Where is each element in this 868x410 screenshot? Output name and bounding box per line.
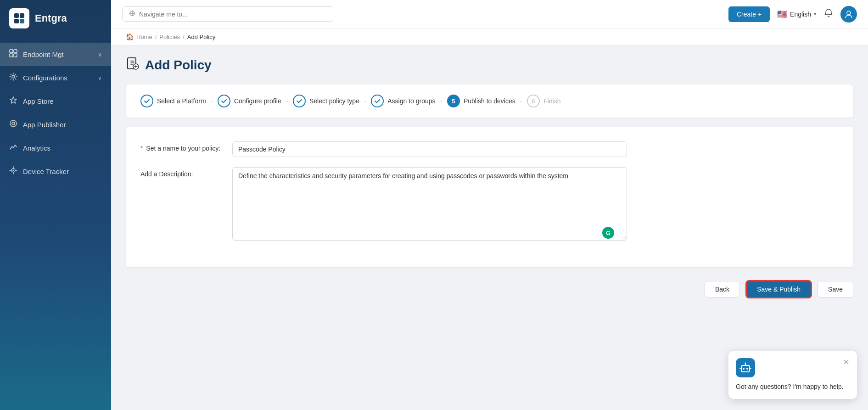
sidebar-item-app-store[interactable]: App Store <box>0 90 111 113</box>
step-configure-profile: Configure profile <box>218 95 281 107</box>
step-circle-6: 6 <box>527 95 540 107</box>
sidebar-item-endpoint-mgt[interactable]: Endpoint Mgt ∨ <box>0 43 111 66</box>
policy-description-textarea[interactable] <box>232 167 627 241</box>
svg-point-12 <box>13 170 14 171</box>
notification-bell-icon[interactable] <box>824 8 833 20</box>
step-circle-5: 5 <box>447 95 460 107</box>
svg-rect-0 <box>14 13 19 18</box>
sidebar: Entgra Endpoint Mgt ∨ <box>0 0 111 410</box>
svg-point-28 <box>746 368 748 370</box>
app-store-icon <box>9 96 17 107</box>
save-publish-button[interactable]: Save & Publish <box>745 280 812 298</box>
svg-rect-2 <box>14 19 19 23</box>
required-star: * <box>140 145 143 152</box>
header-right: Create + 🇺🇸 English ▾ <box>728 6 857 22</box>
app-publisher-icon <box>9 119 17 130</box>
header: Create + 🇺🇸 English ▾ <box>111 0 868 28</box>
chat-close-button[interactable]: ✕ <box>843 358 850 366</box>
breadcrumb-home[interactable]: Home <box>136 34 152 40</box>
sidebar-item-label: App Store <box>23 97 54 105</box>
svg-point-9 <box>10 120 17 127</box>
svg-point-10 <box>12 122 15 125</box>
language-selector[interactable]: 🇺🇸 English ▾ <box>777 9 817 19</box>
sidebar-item-app-publisher[interactable]: App Publisher <box>0 113 111 136</box>
chevron-down-icon: ▾ <box>814 11 817 17</box>
step-separator-5: - <box>520 97 522 105</box>
form-control-description: G <box>232 167 627 242</box>
user-avatar[interactable] <box>840 6 857 22</box>
analytics-icon <box>9 143 17 153</box>
step-separator-2: - <box>286 97 288 105</box>
step-finish: 6 Finish <box>527 95 560 107</box>
svg-rect-6 <box>10 54 13 57</box>
chat-message: Got any questions? I'm happy to help. <box>736 382 850 392</box>
svg-point-18 <box>847 11 851 15</box>
form-control-name <box>232 141 627 157</box>
policy-name-input[interactable] <box>232 141 627 157</box>
endpoint-mgt-icon <box>9 49 17 60</box>
step-circle-3 <box>293 95 306 107</box>
step-select-policy-type: Select policy type <box>293 95 359 107</box>
chevron-down-icon: ∨ <box>98 75 102 81</box>
breadcrumb-current: Add Policy <box>187 34 215 40</box>
page-title-text: Add Policy <box>145 58 212 73</box>
svg-rect-3 <box>20 19 24 23</box>
flag-icon: 🇺🇸 <box>777 9 787 19</box>
breadcrumb: 🏠 Home / Policies / Add Policy <box>111 28 868 45</box>
configurations-icon <box>9 73 17 83</box>
form-row-description: Add a Description: G <box>140 167 839 242</box>
chat-bot-icon <box>736 358 755 377</box>
sidebar-item-configurations[interactable]: Configurations ∨ <box>0 66 111 90</box>
step-label-2: Configure profile <box>234 97 281 105</box>
step-publish-devices: 5 Publish to devices <box>447 95 515 107</box>
step-separator-4: - <box>440 97 442 105</box>
logo-icon <box>9 8 29 28</box>
language-label: English <box>790 11 811 18</box>
svg-point-30 <box>745 363 746 364</box>
page-title: Add Policy <box>126 56 853 73</box>
step-label-3: Select policy type <box>309 97 359 105</box>
form-label-name: * Set a name to your policy: <box>140 141 232 152</box>
step-label-6: Finish <box>543 97 560 105</box>
navigate-icon <box>129 10 135 18</box>
step-label-5: Publish to devices <box>464 97 515 105</box>
step-separator-3: - <box>364 97 366 105</box>
grammarly-icon: G <box>602 227 614 239</box>
svg-rect-1 <box>20 13 24 18</box>
breadcrumb-sep-1: / <box>155 34 157 40</box>
chevron-down-icon: ∨ <box>98 51 102 58</box>
sidebar-item-label: Endpoint Mgt <box>23 51 63 58</box>
breadcrumb-policies[interactable]: Policies <box>159 34 180 40</box>
breadcrumb-sep-2: / <box>183 34 185 40</box>
svg-rect-7 <box>14 54 17 57</box>
form-label-description: Add a Description: <box>140 167 232 178</box>
main-content: Create + 🇺🇸 English ▾ <box>111 0 868 410</box>
svg-point-27 <box>743 368 745 370</box>
navigate-input[interactable] <box>139 11 326 18</box>
sidebar-item-label: Configurations <box>23 74 67 82</box>
svg-rect-4 <box>10 50 13 53</box>
home-icon: 🏠 <box>126 33 134 40</box>
step-separator-1: - <box>211 97 213 105</box>
chat-widget: ✕ Got any questions? I'm happy to help. <box>728 351 857 399</box>
step-assign-groups: Assign to groups <box>371 95 435 107</box>
page-inner: Add Policy Select a Platform - <box>111 45 868 311</box>
logo-text: Entgra <box>35 12 67 24</box>
sidebar-logo: Entgra <box>0 0 111 37</box>
step-label-4: Assign to groups <box>387 97 435 105</box>
back-button[interactable]: Back <box>705 281 740 298</box>
stepper: Select a Platform - Configure profile - <box>140 95 839 107</box>
add-policy-icon <box>126 56 140 73</box>
form-row-name: * Set a name to your policy: <box>140 141 839 157</box>
form-label-name-text: Set a name to your policy: <box>146 145 220 152</box>
sidebar-item-label: Device Tracker <box>23 168 69 175</box>
step-circle-2 <box>218 95 230 107</box>
sidebar-nav: Endpoint Mgt ∨ Configurations ∨ App Stor… <box>0 37 111 410</box>
save-button[interactable]: Save <box>818 281 853 298</box>
navigate-input-wrapper[interactable] <box>122 6 333 22</box>
sidebar-item-analytics[interactable]: Analytics <box>0 136 111 160</box>
svg-point-8 <box>12 75 15 78</box>
svg-rect-26 <box>741 365 750 372</box>
create-button[interactable]: Create + <box>728 6 770 22</box>
sidebar-item-device-tracker[interactable]: Device Tracker <box>0 160 111 183</box>
